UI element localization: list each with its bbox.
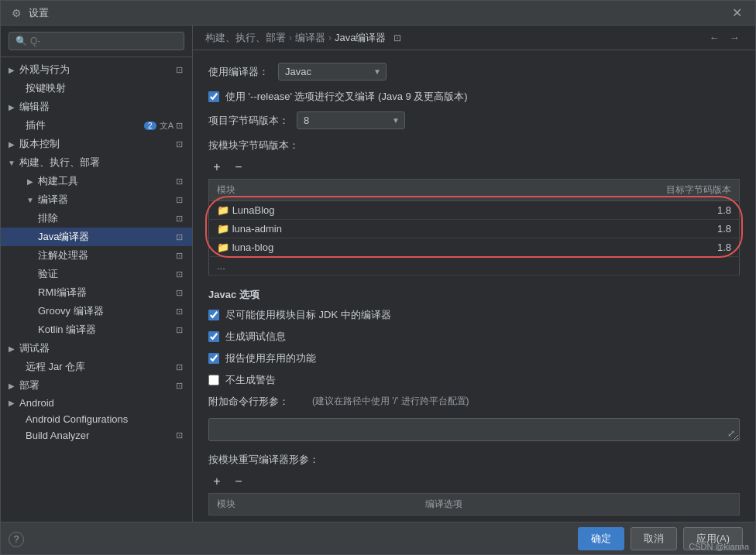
breadcrumb-bar: 构建、执行、部署 › 编译器 › Java编译器 ⊡ ← → — [193, 26, 755, 50]
table-row[interactable]: ... — [209, 257, 740, 276]
sidebar-item-build-tools[interactable]: ▶ 构建工具 ⊡ — [1, 172, 192, 190]
sidebar-label-editor: 编辑器 — [19, 100, 184, 114]
sidebar-item-appearance[interactable]: ▶ 外观与行为 ⊡ — [1, 60, 192, 79]
sidebar-item-build-analyzer[interactable]: Build Analyzer ⊡ — [1, 427, 192, 444]
sidebar-item-compiler[interactable]: ▼ 编译器 ⊡ — [1, 190, 192, 209]
nav-tree: ▶ 外观与行为 ⊡ 按键映射 ▶ 编辑器 插件 2 文A — [1, 57, 192, 522]
command-input[interactable] — [208, 418, 740, 441]
javac-option-1-label: 生成调试信息 — [225, 330, 286, 344]
pin-icon-build-analyzer: ⊡ — [174, 430, 184, 441]
sidebar-item-kotlin[interactable]: Kotlin 编译器 ⊡ — [1, 320, 192, 339]
nav-back-button[interactable]: ← — [706, 29, 723, 46]
javac-option-3-row: 不生成警告 — [208, 373, 740, 387]
add-module-button[interactable]: + — [208, 159, 225, 176]
table-row[interactable]: 📁 luna-admin 1.8 — [209, 220, 740, 238]
sidebar-item-groovy[interactable]: Groovy 编译器 ⊡ — [1, 302, 192, 320]
remove-override-button[interactable]: − — [230, 473, 247, 490]
version-cell — [474, 257, 740, 276]
expand-icon[interactable]: ⤢ — [727, 428, 735, 439]
compiler-select[interactable]: Javac Eclipse Ajc — [278, 63, 387, 81]
pin-icon-compiler: ⊡ — [174, 194, 184, 205]
sidebar-item-android-config[interactable]: Android Configurations — [1, 411, 192, 427]
sidebar-label-vcs: 版本控制 — [19, 137, 174, 151]
pin-icon-groovy: ⊡ — [174, 306, 184, 317]
sidebar-item-exclude[interactable]: 排除 ⊡ — [1, 209, 192, 228]
module-name: luna-blog — [232, 242, 274, 253]
bottom-toolbar: 确定 取消 应用(A) — [1, 522, 755, 554]
module-override-table: 模块 编译选项 — [208, 493, 740, 516]
javac-option-2-checkbox[interactable] — [208, 353, 219, 364]
version-cell: 1.8 — [474, 220, 740, 238]
sidebar-item-remote-jar[interactable]: 远程 Jar 仓库 ⊡ — [1, 358, 192, 376]
sidebar-item-deploy[interactable]: ▶ 部署 ⊡ — [1, 376, 192, 395]
javac-section-title: Javac 选项 — [208, 288, 740, 302]
module-override-label: 按模块重写编译器形参： — [208, 453, 740, 467]
version-cell: 1.8 — [474, 201, 740, 220]
version-cell: 1.8 — [474, 238, 740, 257]
close-button[interactable]: ✕ — [727, 4, 746, 22]
remove-module-button[interactable]: − — [230, 159, 247, 176]
pin-icon-kotlin: ⊡ — [174, 324, 184, 335]
help-button[interactable]: ? — [9, 532, 24, 547]
additional-params-row: 附加命令行形参： (建议在路径中使用 '/' 进行跨平台配置) — [208, 395, 740, 409]
sidebar-item-editor[interactable]: ▶ 编辑器 — [1, 98, 192, 116]
bytecode-version-select[interactable]: 8 9 10 11 17 — [297, 111, 405, 129]
module-folder-icon: 📁 — [217, 223, 229, 235]
breadcrumb-sep-1: › — [289, 33, 292, 43]
pin-icon-remote-jar: ⊡ — [174, 361, 184, 372]
nav-forward-button[interactable]: → — [726, 29, 743, 46]
arrow-icon-editor: ▶ — [7, 102, 16, 111]
sidebar-label-remote-jar: 远程 Jar 仓库 — [26, 360, 174, 374]
breadcrumb-compiler: 编译器 — [295, 31, 325, 45]
sidebar-item-vcs[interactable]: ▶ 版本控制 ⊡ — [1, 135, 192, 153]
bytecode-version-wrapper: 8 9 10 11 17 ▼ — [297, 111, 405, 129]
title-bar: ⚙ 设置 ✕ — [1, 1, 755, 26]
release-checkbox[interactable] — [208, 91, 219, 102]
module-folder-icon: 📁 — [217, 204, 229, 216]
help-icon: ? — [14, 534, 19, 545]
arrow-icon-android: ▶ — [7, 399, 16, 408]
ok-button[interactable]: 确定 — [578, 527, 624, 550]
module-table-toolbar: + − — [208, 159, 740, 176]
module-name: luna-admin — [232, 223, 282, 235]
additional-params-hint: (建议在路径中使用 '/' 进行跨平台配置) — [312, 395, 469, 408]
javac-option-0-checkbox[interactable] — [208, 310, 219, 320]
javac-option-1-row: 生成调试信息 — [208, 330, 740, 344]
arrow-icon-vcs: ▶ — [7, 139, 16, 149]
sidebar-label-validation: 验证 — [38, 267, 174, 281]
arrow-icon-deploy: ▶ — [7, 381, 16, 390]
sidebar-item-android[interactable]: ▶ Android — [1, 395, 192, 411]
javac-option-3-checkbox[interactable] — [208, 375, 219, 385]
sidebar-label-build-tools: 构建工具 — [38, 174, 174, 188]
sidebar-item-plugins[interactable]: 插件 2 文A ⊡ — [1, 116, 192, 135]
arrow-icon-build: ▼ — [7, 158, 16, 167]
breadcrumb-copy-icon[interactable]: ⊡ — [393, 33, 401, 43]
search-input[interactable] — [30, 36, 177, 46]
sidebar-label-exclude: 排除 — [38, 211, 174, 225]
table-row[interactable]: 📁 LunaBlog 1.8 — [209, 201, 740, 220]
sidebar-item-debugger[interactable]: ▶ 调试器 — [1, 339, 192, 358]
breadcrumb-sep-2: › — [328, 33, 332, 43]
breadcrumb-java-compiler: Java编译器 — [335, 31, 386, 45]
pin-icon-exclude: ⊡ — [174, 213, 184, 224]
sidebar-label-kotlin: Kotlin 编译器 — [38, 323, 174, 337]
add-override-button[interactable]: + — [208, 473, 225, 490]
sidebar-item-java-compiler[interactable]: Java编译器 ⊡ — [1, 228, 192, 246]
javac-option-1-checkbox[interactable] — [208, 331, 219, 342]
sidebar-item-keymap[interactable]: 按键映射 — [1, 79, 192, 98]
version-col-header: 目标字节码版本 — [474, 180, 740, 201]
table-row[interactable]: 📁 luna-blog 1.8 — [209, 238, 740, 257]
arrow-icon: ▶ — [7, 65, 16, 74]
sidebar-label-deploy: 部署 — [19, 379, 174, 392]
compiler-select-label: 使用编译器： — [208, 65, 270, 79]
settings-icon: ⚙ — [10, 7, 22, 19]
lang-icon: 文A — [160, 120, 174, 132]
cancel-button[interactable]: 取消 — [631, 527, 677, 550]
arrow-icon-build-tools: ▶ — [26, 176, 35, 186]
module-bytecode-section: 按模块字节码版本： + − 模块 目标字节码版本 — [208, 139, 740, 276]
sidebar-item-rmi[interactable]: RMI编译器 ⊡ — [1, 283, 192, 302]
sidebar-item-validation[interactable]: 验证 ⊡ — [1, 265, 192, 283]
sidebar-item-build[interactable]: ▼ 构建、执行、部署 — [1, 153, 192, 172]
pin-icon-vcs: ⊡ — [174, 139, 184, 149]
sidebar-item-annotation[interactable]: 注解处理器 ⊡ — [1, 246, 192, 265]
